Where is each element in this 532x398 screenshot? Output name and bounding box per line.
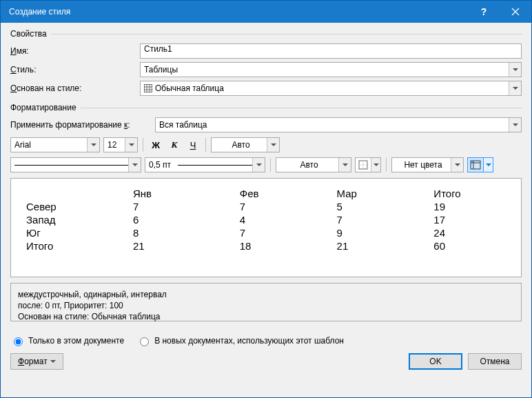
table-row: Север77519 <box>23 200 509 213</box>
shading-icon <box>467 157 484 172</box>
properties-group: Свойства Имя: Стиль1 Стиль: Таблицы Осно… <box>10 34 522 103</box>
properties-legend: Свойства <box>10 29 51 39</box>
shading-button[interactable] <box>467 157 493 172</box>
chevron-down-icon <box>484 157 493 172</box>
help-button[interactable]: ? <box>468 1 500 23</box>
format-menu-button[interactable]: Формат <box>10 353 63 370</box>
separator <box>205 138 206 152</box>
separator <box>270 158 271 172</box>
window-title: Создание стиля <box>9 7 468 17</box>
radio-input[interactable] <box>14 337 23 346</box>
line-preview-icon <box>178 165 252 166</box>
chevron-down-icon <box>252 158 265 172</box>
cancel-button[interactable]: Отмена <box>468 353 522 370</box>
line-weight-combo[interactable]: 0,5 пт <box>145 157 265 172</box>
bottom-toolbar: Формат OK Отмена <box>10 353 522 370</box>
radio-input[interactable] <box>140 337 149 346</box>
font-toolbar: Arial 12 Ж К Ч Авто <box>10 137 522 152</box>
svg-rect-0 <box>145 85 152 92</box>
radio-new-documents[interactable]: В новых документах, использующих этот ша… <box>136 335 344 346</box>
font-color-combo[interactable]: Авто <box>211 137 280 152</box>
formatting-group: Форматирование Применить форматирование … <box>10 108 522 326</box>
radio-this-document[interactable]: Только в этом документе <box>10 335 124 346</box>
chevron-down-icon <box>509 81 521 95</box>
ok-button[interactable]: OK <box>409 353 462 370</box>
close-button[interactable] <box>500 1 531 23</box>
table-icon <box>144 84 152 92</box>
italic-button[interactable]: К <box>167 137 182 152</box>
formatting-legend: Форматирование <box>10 103 81 112</box>
chevron-down-icon <box>451 158 463 172</box>
chevron-down-icon <box>50 360 56 363</box>
apply-to-label: Применить форматирование к: <box>10 120 155 130</box>
svg-rect-11 <box>471 161 473 163</box>
separator <box>143 138 143 152</box>
titlebar: Создание стиля ? <box>1 1 531 23</box>
based-on-label: Основан на стиле: <box>10 83 140 93</box>
borders-icon <box>356 158 371 172</box>
chevron-down-icon <box>128 158 141 172</box>
scope-radios: Только в этом документе В новых документ… <box>10 335 522 346</box>
chevron-down-icon <box>371 158 380 172</box>
chevron-down-icon <box>509 118 521 132</box>
fill-color-combo[interactable]: Нет цвета <box>391 157 464 172</box>
apply-to-combo[interactable]: Вся таблица <box>155 117 522 132</box>
dialog-content: Свойства Имя: Стиль1 Стиль: Таблицы Осно… <box>1 23 531 397</box>
dialog-window: Создание стиля ? Свойства Имя: Стиль1 Ст… <box>0 0 532 398</box>
style-type-combo[interactable]: Таблицы <box>140 62 522 77</box>
line-preview-icon <box>14 165 128 166</box>
pen-color-combo[interactable]: Авто <box>276 157 351 172</box>
table-row: Запад64717 <box>23 213 509 226</box>
name-input[interactable]: Стиль1 <box>140 43 522 59</box>
borders-button[interactable] <box>355 157 381 172</box>
description-box: междустрочный, одинарный, интервал после… <box>10 283 522 321</box>
underline-button[interactable]: Ч <box>185 137 201 152</box>
name-label: Имя: <box>10 46 140 56</box>
style-type-label: Стиль: <box>10 65 140 74</box>
border-toolbar: 0,5 пт Авто Нет цвета <box>10 157 522 172</box>
table-row: Янв Фев Мар Итого <box>23 187 509 200</box>
table-row: Юг87924 <box>23 226 509 239</box>
line-style-combo[interactable] <box>10 157 141 172</box>
chevron-down-icon <box>87 138 99 152</box>
preview-area: Янв Фев Мар Итого Север77519 Запад64717 … <box>10 178 522 277</box>
chevron-down-icon <box>338 158 351 172</box>
chevron-down-icon <box>509 63 521 77</box>
font-name-combo[interactable]: Arial <box>10 137 100 152</box>
chevron-down-icon <box>267 138 279 152</box>
table-row: Итого21182160 <box>23 239 509 252</box>
based-on-combo[interactable]: Обычная таблица <box>140 81 522 96</box>
font-size-combo[interactable]: 12 <box>103 137 138 152</box>
separator <box>386 158 387 172</box>
preview-table: Янв Фев Мар Итого Север77519 Запад64717 … <box>23 187 509 252</box>
chevron-down-icon <box>125 138 137 152</box>
bold-button[interactable]: Ж <box>148 137 163 152</box>
